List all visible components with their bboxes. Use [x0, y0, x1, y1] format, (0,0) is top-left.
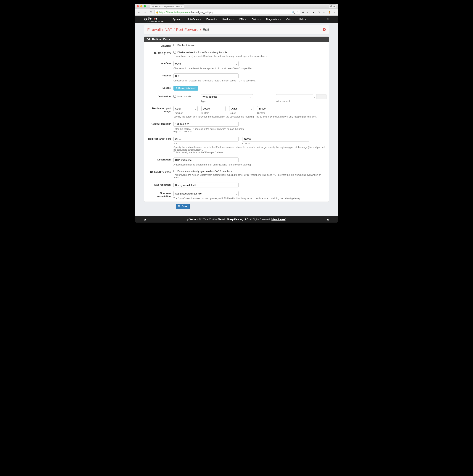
nordr-checkbox[interactable] [173, 51, 176, 53]
footer-company: Electric Sheep Fencing LLC [218, 218, 248, 221]
invert-match-label: Invert match. [177, 95, 191, 98]
label-source: Source [147, 86, 173, 89]
destination-address-input [276, 94, 313, 99]
extension-icon-2[interactable]: ● [311, 10, 316, 14]
url-path: /firewall_nat_edit.php [191, 11, 213, 14]
window-titlebar: fire.outsideopen.com - Fire × Greg [135, 4, 338, 9]
dst-to-port-select[interactable]: Other [229, 106, 253, 111]
noxml-help: This prevents the rule on Master from au… [173, 174, 326, 179]
filterassoc-help: The "pass" selection does not work prope… [173, 197, 326, 200]
dst-port-help: Specify the port or port range for the d… [173, 116, 326, 118]
label-natrefl: NAT reflection [147, 183, 173, 186]
description-input[interactable] [173, 157, 238, 162]
reload-button[interactable]: ⟳ [149, 10, 153, 15]
menu-vpn[interactable]: VPN▼ [236, 16, 249, 22]
redirect-port-custom[interactable] [242, 137, 309, 141]
footer: ▣ pfSense is © 2004 - 2016 by Electric S… [135, 216, 338, 222]
interface-help: Choose which interface this rule applies… [173, 67, 326, 70]
crumb-edit: Edit [203, 27, 209, 32]
label-disabled: Disabled [147, 44, 173, 47]
noxml-checkbox[interactable] [173, 170, 176, 172]
browser-tab[interactable]: fire.outsideopen.com - Fire × [150, 4, 184, 9]
dst-from-port-custom[interactable] [201, 106, 225, 111]
label-description: Description [147, 157, 173, 161]
menu-system[interactable]: System▼ [170, 16, 185, 22]
extension-icon-5[interactable]: 🧍 [327, 10, 331, 14]
save-button[interactable]: Save [176, 204, 190, 209]
help-icon[interactable]: ? [323, 28, 326, 31]
menu-firewall[interactable]: Firewall▼ [204, 16, 220, 22]
scroll-top-icon-2[interactable]: ▣ [327, 218, 329, 221]
minimize-window-button[interactable] [140, 5, 142, 7]
extension-icon-4[interactable]: 〰 [322, 10, 326, 14]
redirect-port-select[interactable]: Other [173, 137, 238, 141]
mask-separator: / [314, 95, 315, 98]
destination-type-sublabel: Type [201, 100, 274, 102]
label-dst-port: Destination port range [147, 106, 173, 113]
redirect-ip-input[interactable] [173, 122, 238, 127]
gear-icon [175, 87, 178, 89]
filter-assoc-select[interactable]: Add associated filter rule [173, 191, 238, 196]
main-menu: System▼ Interfaces▼ Firewall▼ Services▼ … [170, 16, 326, 22]
redirect-custom-sublabel: Custom [242, 142, 309, 145]
forward-button[interactable]: → [143, 10, 147, 15]
maximize-window-button[interactable] [144, 5, 146, 7]
from-port-label: From port [173, 112, 198, 114]
scroll-top-icon[interactable]: ▣ [144, 218, 146, 221]
view-license-link[interactable]: view license [272, 218, 285, 221]
extension-icon-3[interactable]: ◻ [317, 10, 321, 14]
label-interface: Interface [147, 61, 173, 65]
crumb-port-forward[interactable]: Port Forward [176, 27, 199, 32]
footer-product: pfSense [187, 218, 196, 221]
interface-select[interactable]: WAN [173, 61, 238, 66]
dst-from-port-select[interactable]: Other [173, 106, 198, 111]
invert-match-checkbox[interactable] [173, 95, 176, 98]
menu-diagnostics[interactable]: Diagnostics▼ [264, 16, 284, 22]
label-redirect-port: Redirect target port [147, 137, 173, 140]
nordr-help: This option is rarely needed. Don't use … [173, 55, 326, 57]
logo-text: Sen [147, 17, 153, 20]
crumb-firewall[interactable]: Firewall [147, 27, 161, 32]
svg-point-3 [176, 88, 177, 88]
label-protocol: Protocol [147, 73, 173, 77]
lock-icon: 🔒 [156, 11, 159, 14]
redirect-ip-help: Enter the internal IP address of the ser… [173, 128, 326, 133]
user-profile-button[interactable]: Greg [329, 4, 336, 8]
save-icon [178, 205, 181, 207]
browser-menu-button[interactable]: ≡ [332, 10, 336, 14]
cast-icon[interactable]: ▭ [306, 10, 310, 14]
bookmark-icon[interactable]: ☆ [296, 11, 299, 14]
logout-button[interactable] [326, 18, 329, 21]
noxml-checkbox-label: Do not automatically sync to other CARP … [177, 170, 232, 172]
nat-reflection-select[interactable]: Use system default [173, 183, 238, 187]
dst-to-port-custom[interactable] [257, 106, 281, 111]
menu-help[interactable]: Help▼ [296, 16, 309, 22]
tab-title: fire.outsideopen.com - Fire [155, 5, 180, 8]
label-destination: Destination [147, 94, 173, 98]
app-header: ⚙ Sense COMMUNITY EDITION System▼ Interf… [135, 16, 338, 23]
crumb-nat[interactable]: NAT [165, 27, 172, 32]
label-nordr: No RDR (NOT) [147, 51, 173, 54]
extension-icon[interactable]: ✿ [301, 10, 305, 14]
destination-type-select[interactable]: WAN address [201, 94, 253, 99]
menu-status[interactable]: Status▼ [249, 16, 264, 22]
display-advanced-button[interactable]: Display Advanced [173, 86, 198, 91]
redirect-port-help: Specify the port on the machine with the… [173, 146, 326, 154]
search-in-page-icon[interactable]: 🔍 [291, 11, 295, 14]
menu-interfaces[interactable]: Interfaces▼ [186, 16, 204, 22]
protocol-select[interactable]: UDP [173, 73, 238, 78]
redirect-port-sublabel: Port [173, 142, 238, 145]
tab-close-button[interactable]: × [181, 5, 182, 8]
close-window-button[interactable] [137, 5, 139, 7]
disabled-checkbox[interactable] [173, 44, 176, 46]
url-scheme: https [159, 11, 165, 14]
globe-icon [152, 5, 154, 8]
to-port-label: To port [229, 112, 253, 114]
back-button[interactable]: ← [137, 10, 141, 15]
url-bar[interactable]: 🔒 https://fire.outsideopen.com/firewall_… [154, 10, 300, 15]
logo[interactable]: ⚙ Sense COMMUNITY EDITION [144, 17, 164, 22]
custom-label: Custom [201, 112, 225, 114]
label-filterassoc: Filter rule association [147, 191, 173, 197]
menu-gold[interactable]: Gold▼ [284, 16, 296, 22]
menu-services[interactable]: Services▼ [220, 16, 236, 22]
